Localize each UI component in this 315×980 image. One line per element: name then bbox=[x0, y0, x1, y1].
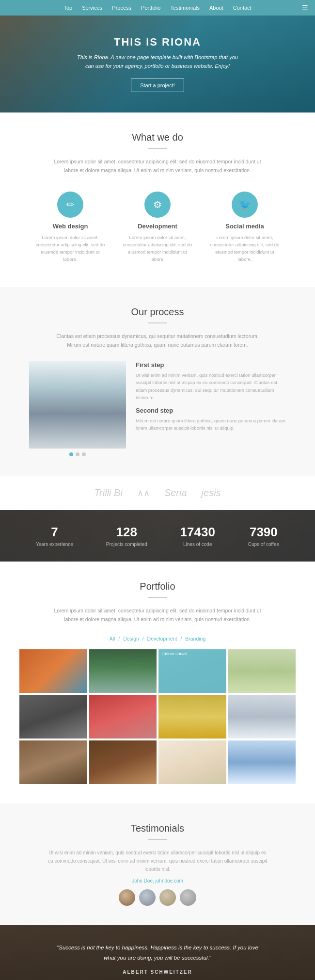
stat-lines: 17430 Lines of code bbox=[180, 525, 215, 547]
testimonials-quote: Ut wisi enim ad minim veniam, quis nostr… bbox=[46, 849, 269, 873]
stat-years-label: Years experience bbox=[36, 542, 73, 547]
stat-projects-label: Projects completed bbox=[106, 542, 147, 547]
portfolio-item-5[interactable] bbox=[19, 695, 87, 739]
stats-section: 7 Years experience 128 Projects complete… bbox=[0, 510, 315, 562]
development-desc: Lorem ipsum dolor sit amet, consectetur … bbox=[121, 234, 194, 263]
brands-section: Trilli Bi ∧∧ Seria jesis bbox=[0, 476, 315, 510]
portfolio-desc: Lorem ipsum dolor sit amet, consectetur … bbox=[51, 607, 264, 624]
stat-lines-label: Lines of code bbox=[180, 542, 215, 547]
portfolio-section: Portfolio Lorem ipsum dolor sit amet, co… bbox=[0, 562, 315, 803]
nav-testimonials[interactable]: Testimonials bbox=[170, 5, 200, 11]
social-title: Social media bbox=[208, 223, 281, 230]
testimonials-title: Testimonials bbox=[29, 823, 286, 834]
hero-title: THIS IS RIONA bbox=[114, 36, 201, 48]
nav-about[interactable]: About bbox=[209, 5, 223, 11]
stat-years: 7 Years experience bbox=[36, 525, 73, 547]
avatars-container bbox=[29, 889, 286, 906]
stat-coffee-label: Cups of coffee bbox=[248, 542, 279, 547]
portfolio-filter: All / Design / Development / Branding bbox=[19, 636, 296, 642]
navbar: Top Services Process Portfolio Testimoni… bbox=[0, 0, 315, 16]
process-image-container bbox=[29, 361, 126, 456]
stat-coffee-number: 7390 bbox=[248, 525, 279, 540]
dot-3[interactable] bbox=[82, 452, 86, 456]
portfolio-overlay: Ipsum social bbox=[158, 649, 226, 693]
stat-projects-number: 128 bbox=[106, 525, 147, 540]
services-section: What we do Lorem ipsum dolor sit amet, c… bbox=[0, 112, 315, 287]
nav-services[interactable]: Services bbox=[82, 5, 102, 11]
portfolio-grid: Ipsum social bbox=[19, 649, 296, 784]
step1-desc: Ut wisi enim ad minim veniam, quis nostr… bbox=[136, 371, 286, 401]
footer-quote-section: "Success is not the key to happiness. Ha… bbox=[0, 925, 315, 980]
stat-years-number: 7 bbox=[36, 525, 73, 540]
dot-1[interactable] bbox=[69, 452, 73, 456]
brand-trilli: Trilli Bi bbox=[94, 487, 123, 498]
brand-logo-icon: ∧∧ bbox=[137, 488, 150, 498]
process-dots bbox=[29, 452, 126, 456]
stat-coffee: 7390 Cups of coffee bbox=[248, 525, 279, 547]
services-divider bbox=[148, 148, 167, 149]
brand-jesis: jesis bbox=[202, 487, 221, 498]
process-content: First step Ut wisi enim ad minim veniam,… bbox=[29, 361, 286, 456]
process-divider bbox=[148, 322, 167, 323]
services-title: What we do bbox=[29, 132, 286, 143]
step1-title: First step bbox=[136, 361, 286, 369]
hero-description: This is Riona. A new one page template b… bbox=[75, 53, 240, 70]
process-title: Our process bbox=[29, 306, 286, 318]
nav-portfolio[interactable]: Portfolio bbox=[141, 5, 160, 11]
portfolio-item-9[interactable] bbox=[19, 740, 87, 784]
avatar-4[interactable] bbox=[180, 889, 196, 906]
hero-section: THIS IS RIONA This is Riona. A new one p… bbox=[0, 16, 315, 112]
portfolio-item-11[interactable] bbox=[158, 740, 226, 784]
social-desc: Lorem ipsum dolor sit amet, consectetur … bbox=[208, 234, 281, 263]
nav-top[interactable]: Top bbox=[63, 5, 72, 11]
development-title: Development bbox=[121, 223, 194, 230]
process-section: Our process Claritas est etiam processus… bbox=[0, 287, 315, 476]
nav-links: Top Services Process Portfolio Testimoni… bbox=[59, 5, 256, 11]
footer-quote-author: ALBERT SCHWEITZER bbox=[29, 969, 286, 975]
webdesign-icon: ✏ bbox=[57, 192, 83, 218]
avatar-1[interactable] bbox=[119, 889, 135, 906]
social-icon: 🐦 bbox=[232, 192, 258, 218]
service-development: ⚙ Development Lorem ipsum dolor sit amet… bbox=[116, 187, 199, 268]
portfolio-item-10[interactable] bbox=[89, 740, 157, 784]
step2-desc: Mirum est notare quam littera gothica, q… bbox=[136, 417, 286, 432]
testimonials-section: Testimonials Ut wisi enim ad minim venia… bbox=[0, 803, 315, 925]
avatar-3[interactable] bbox=[159, 889, 176, 906]
portfolio-item-6[interactable] bbox=[89, 695, 157, 739]
brand-seria: Seria bbox=[164, 487, 187, 498]
portfolio-item-2[interactable] bbox=[89, 649, 157, 693]
filter-branding[interactable]: Branding bbox=[185, 636, 205, 642]
filter-development[interactable]: Development bbox=[147, 636, 177, 642]
testimonials-author[interactable]: John Doe, johndoe.com bbox=[29, 878, 286, 884]
portfolio-title: Portfolio bbox=[19, 581, 296, 592]
webdesign-desc: Lorem ipsum dolor sit amet, consectetur … bbox=[34, 234, 107, 263]
portfolio-divider bbox=[148, 597, 167, 598]
portfolio-item-4[interactable] bbox=[228, 649, 296, 693]
footer-quote-text: "Success is not the key to happiness. Ha… bbox=[56, 943, 259, 963]
development-icon: ⚙ bbox=[144, 192, 171, 218]
avatar-2[interactable] bbox=[139, 889, 156, 906]
step2-title: Second step bbox=[136, 407, 286, 414]
services-grid: ✏ Web design Lorem ipsum dolor sit amet,… bbox=[29, 187, 286, 268]
hamburger-icon[interactable]: ☰ bbox=[302, 4, 308, 12]
nav-contact[interactable]: Contact bbox=[233, 5, 252, 11]
process-desc: Claritas est etiam processus dynamicus, … bbox=[51, 332, 264, 350]
nav-process[interactable]: Process bbox=[112, 5, 131, 11]
portfolio-item-3[interactable]: Ipsum social bbox=[158, 649, 226, 693]
process-steps: First step Ut wisi enim ad minim veniam,… bbox=[136, 361, 286, 456]
process-image bbox=[29, 361, 126, 449]
filter-all[interactable]: All bbox=[110, 636, 115, 642]
testimonials-divider bbox=[148, 839, 167, 840]
webdesign-title: Web design bbox=[34, 223, 107, 230]
service-webdesign: ✏ Web design Lorem ipsum dolor sit amet,… bbox=[29, 187, 111, 268]
portfolio-item-12[interactable] bbox=[228, 740, 296, 784]
portfolio-item-7[interactable] bbox=[158, 695, 226, 739]
filter-design[interactable]: Design bbox=[123, 636, 139, 642]
portfolio-item-1[interactable] bbox=[19, 649, 87, 693]
dot-2[interactable] bbox=[76, 452, 79, 456]
stat-projects: 128 Projects completed bbox=[106, 525, 147, 547]
stat-lines-number: 17430 bbox=[180, 525, 215, 540]
hero-cta-button[interactable]: Start a project! bbox=[131, 79, 184, 92]
portfolio-item-8[interactable] bbox=[228, 695, 296, 739]
services-desc: Lorem ipsum dolor sit amet, consectetur … bbox=[51, 158, 264, 175]
